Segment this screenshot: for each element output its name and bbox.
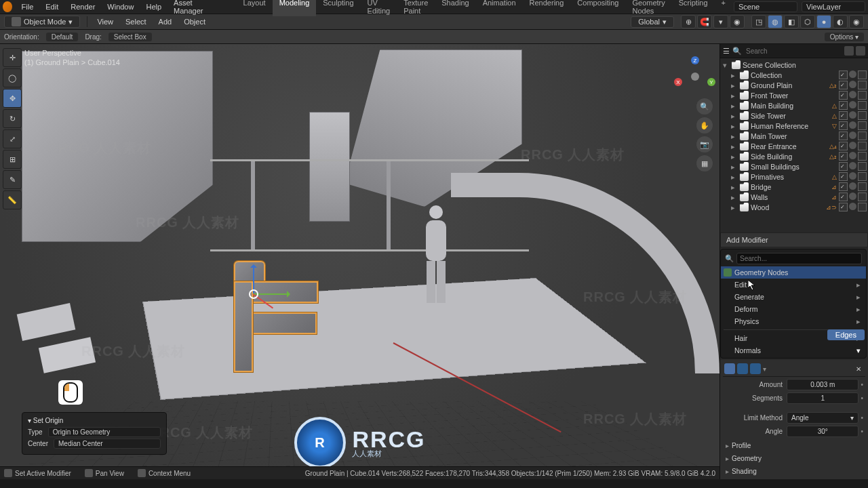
operator-redo-panel[interactable]: ▾ Set Origin TypeOrigin to Geometry Cent… [22, 412, 167, 455]
modifier-edit[interactable]: Edit▸ [721, 279, 866, 291]
visibility-eye-icon[interactable] [849, 152, 856, 159]
rendered-shading-icon[interactable]: ◉ [849, 15, 864, 28]
mode-selector[interactable]: Object Mode ▾ [4, 16, 80, 28]
visibility-eye-icon[interactable] [849, 182, 856, 190]
op-center-value[interactable]: Median Center [54, 439, 161, 449]
exclude-checkbox[interactable] [839, 172, 848, 181]
transform-orientation[interactable]: Global▾ [631, 16, 674, 28]
tab-shading[interactable]: Shading [435, 0, 475, 16]
outliner-item[interactable]: ▸Collection [720, 70, 868, 80]
pan-hand-icon[interactable]: ✋ [696, 117, 713, 134]
tool-measure[interactable]: 📏 [3, 190, 22, 209]
exclude-checkbox[interactable] [839, 70, 848, 79]
viewport-3d[interactable]: RRCG 人人素材 RRCG 人人素材 RRCG 人人素材 RRCG 人人素材 … [0, 44, 719, 479]
segments-field[interactable]: 1 [787, 392, 859, 404]
visibility-eye-icon[interactable] [849, 203, 856, 210]
viewport-options[interactable]: Options ▾ [825, 33, 864, 41]
visibility-eye-icon[interactable] [849, 101, 856, 108]
menu-view[interactable]: View [94, 16, 116, 27]
exclude-checkbox[interactable] [839, 101, 848, 110]
axis-y-icon[interactable]: Y [707, 78, 715, 86]
orientation-dropdown[interactable]: Default [46, 33, 79, 41]
visibility-eye-icon[interactable] [849, 111, 856, 119]
modifier-render-icon[interactable] [750, 363, 761, 374]
gizmo-toggle-icon[interactable]: ◳ [751, 15, 766, 28]
visibility-eye-icon[interactable] [849, 121, 856, 129]
wireframe-shading-icon[interactable]: ⬡ [800, 15, 815, 28]
disable-checkbox[interactable] [858, 142, 867, 150]
tab-sculpting[interactable]: Sculpting [316, 0, 360, 16]
tool-transform[interactable]: ⊞ [3, 150, 22, 169]
disable-checkbox[interactable] [858, 182, 867, 191]
disable-checkbox[interactable] [858, 131, 867, 140]
drag-dropdown[interactable]: Select Box [108, 33, 152, 41]
viewlayer-selector[interactable]: ViewLayer [802, 1, 865, 12]
tool-rotate[interactable]: ↻ [3, 109, 22, 128]
disable-checkbox[interactable] [858, 111, 867, 120]
tool-cursor[interactable]: ✛ [3, 48, 22, 67]
exclude-checkbox[interactable] [839, 111, 848, 120]
disable-checkbox[interactable] [858, 101, 867, 110]
proportional-edit-icon[interactable]: ◉ [730, 15, 745, 28]
tab-animation[interactable]: Animation [476, 0, 523, 16]
limit-method-select[interactable]: Angle▾ [787, 412, 859, 424]
visibility-eye-icon[interactable] [849, 162, 856, 169]
tool-select-circle[interactable]: ◯ [3, 68, 22, 87]
menu-render[interactable]: Render [65, 1, 100, 12]
bevel-edges-mode[interactable]: Edges [827, 329, 865, 340]
amount-field[interactable]: 0.003 m [787, 379, 859, 390]
exclude-checkbox[interactable] [839, 91, 848, 100]
disable-checkbox[interactable] [858, 91, 867, 100]
exclude-checkbox[interactable] [839, 142, 848, 150]
outliner-item[interactable]: ▸Front Tower [720, 90, 868, 100]
snap-mode-icon[interactable]: ▾ [713, 15, 728, 28]
navigation-gizmo[interactable]: X Y Z [677, 59, 713, 94]
selected-object[interactable] [227, 261, 315, 369]
visibility-eye-icon[interactable] [849, 192, 856, 200]
tab-layout[interactable]: Layout [237, 0, 273, 16]
menu-help[interactable]: Help [140, 1, 167, 12]
material-shading-icon[interactable]: ◐ [833, 15, 848, 28]
modifier-generate[interactable]: Generate▸ [721, 291, 866, 303]
outliner-item[interactable]: ▸Walls⊿ [720, 192, 868, 202]
modifier-physics[interactable]: Physics▸ [721, 315, 866, 327]
zoom-icon[interactable]: 🔍 [696, 98, 713, 115]
exclude-checkbox[interactable] [839, 192, 848, 201]
ortho-toggle-icon[interactable]: ▦ [696, 155, 713, 171]
tab-add[interactable]: + [715, 0, 732, 16]
section-profile[interactable]: Profile [723, 439, 865, 452]
overlay-toggle-icon[interactable]: ◍ [768, 15, 783, 28]
modifier-remove-button[interactable]: ✕ [853, 365, 864, 373]
modifier-geometry-nodes[interactable]: Geometry Nodes [721, 266, 866, 279]
disable-checkbox[interactable] [858, 172, 867, 181]
exclude-checkbox[interactable] [839, 121, 848, 130]
modifier-normals[interactable]: Normals▾ [721, 344, 866, 357]
disable-checkbox[interactable] [858, 162, 867, 171]
outliner-item[interactable]: ▸Small Buildings [720, 161, 868, 171]
outliner-item[interactable]: ▸Wood⊿⊃ [720, 202, 868, 212]
new-collection-icon[interactable] [856, 46, 865, 56]
exclude-checkbox[interactable] [839, 81, 848, 89]
tab-rendering[interactable]: Rendering [523, 0, 571, 16]
exclude-checkbox[interactable] [839, 182, 848, 191]
scene-selector[interactable]: Scene [734, 1, 797, 12]
disable-checkbox[interactable] [858, 121, 867, 130]
tool-move[interactable]: ✥ [3, 89, 22, 108]
tool-annotate[interactable]: ✎ [3, 170, 22, 189]
exclude-checkbox[interactable] [839, 162, 848, 171]
modifier-display-icon[interactable] [737, 363, 748, 374]
tab-modeling[interactable]: Modeling [273, 0, 317, 16]
section-geometry[interactable]: Geometry [723, 452, 865, 465]
menu-object[interactable]: Object [181, 16, 208, 27]
angle-field[interactable]: 30° [787, 426, 859, 437]
tab-compositing[interactable]: Compositing [570, 0, 625, 16]
visibility-eye-icon[interactable] [849, 70, 856, 78]
tab-texture-paint[interactable]: Texture Paint [397, 0, 435, 16]
outliner-search-input[interactable] [745, 47, 802, 56]
op-type-value[interactable]: Origin to Geometry [48, 427, 161, 437]
exclude-checkbox[interactable] [839, 152, 848, 161]
menu-select[interactable]: Select [123, 16, 149, 27]
tab-geometry-nodes[interactable]: Geometry Nodes [625, 0, 671, 16]
tab-uv-editing[interactable]: UV Editing [361, 0, 397, 16]
add-modifier-button[interactable]: Add Modifier [720, 232, 868, 247]
